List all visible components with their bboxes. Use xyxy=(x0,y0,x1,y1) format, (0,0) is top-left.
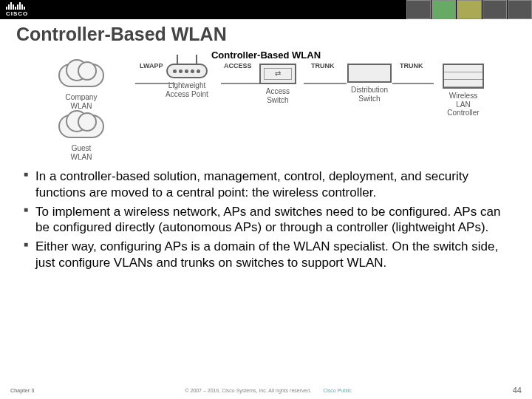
switch-icon: ⇄ xyxy=(259,64,296,84)
footer-chapter: Chapter 3 xyxy=(10,388,34,393)
slide-title: Controller-Based WLAN xyxy=(0,19,532,45)
node-label: Access Switch xyxy=(266,87,290,104)
banner-photo-strip xyxy=(406,0,532,19)
switch-icon xyxy=(347,64,392,83)
diagram-connector xyxy=(221,83,261,84)
cloud-label-company: Company WLAN xyxy=(66,93,98,110)
diagram-connector xyxy=(304,83,347,84)
cisco-logo-icon xyxy=(6,2,25,10)
network-diagram: Controller-Based WLAN LWAPP ACCESS TRUNK… xyxy=(48,50,484,161)
controller-icon xyxy=(443,64,484,89)
cloud-icon xyxy=(58,115,104,138)
bullet-item: In a controller-based solution, manageme… xyxy=(24,168,510,201)
access-point-icon xyxy=(166,64,208,78)
footer-copyright: © 2007 – 2016, Cisco Systems, Inc. All r… xyxy=(185,388,311,393)
cloud-icon xyxy=(58,64,104,87)
cisco-logo: CISCO xyxy=(6,2,28,17)
diagram-node-wlc: Wireless LAN Controller xyxy=(443,64,484,117)
diagram-row: LWAPP ACCESS TRUNK TRUNK Company WLAN Gu… xyxy=(48,64,484,161)
cloud-label-guest: Guest WLAN xyxy=(71,144,92,161)
link-label-lwapp: LWAPP xyxy=(140,62,163,69)
diagram-node-lap: Lightweight Access Point xyxy=(166,64,208,98)
bullet-item: To implement a wireless network, APs and… xyxy=(24,204,510,236)
bullet-list: In a controller-based solution, manageme… xyxy=(0,161,532,271)
diagram-node-dist-switch: Distribution Switch xyxy=(347,64,392,103)
bullet-item: Either way, configuring APs is a domain … xyxy=(24,239,510,271)
footer-cisco-public: Cisco Public xyxy=(323,388,352,393)
node-label: Wireless LAN Controller xyxy=(447,92,479,117)
node-label: Distribution Switch xyxy=(351,86,388,103)
diagram-node-access-switch: ⇄ Access Switch xyxy=(259,64,296,104)
diagram-connector xyxy=(392,83,434,84)
diagram-node-clouds: Company WLAN Guest WLAN xyxy=(48,64,115,161)
footer-page-number: 44 xyxy=(513,386,522,395)
top-banner: CISCO xyxy=(0,0,532,19)
diagram-title: Controller-Based WLAN xyxy=(48,50,484,61)
link-label-access: ACCESS xyxy=(224,62,252,69)
cisco-logo-text: CISCO xyxy=(6,10,28,17)
link-label-trunk: TRUNK xyxy=(311,62,335,69)
slide-footer: Chapter 3 © 2007 – 2016, Cisco Systems, … xyxy=(0,386,532,395)
link-label-trunk: TRUNK xyxy=(400,62,423,69)
diagram-connector xyxy=(135,83,175,84)
